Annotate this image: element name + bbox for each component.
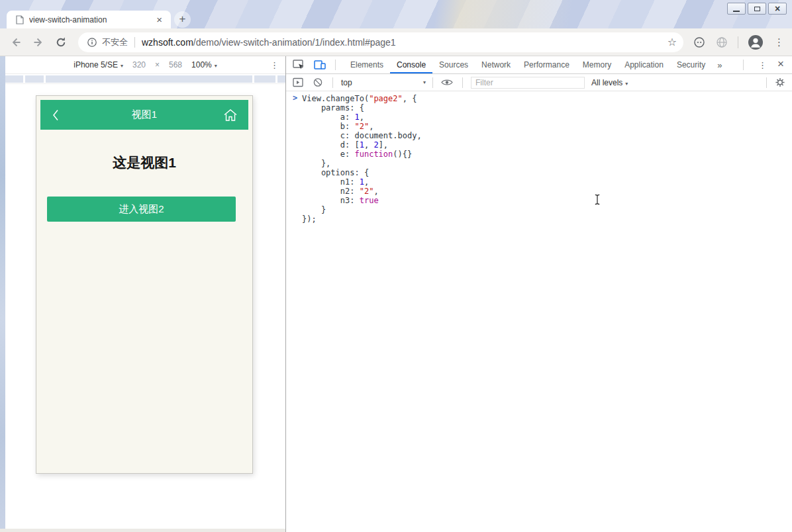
devtools-tab-security[interactable]: Security xyxy=(670,56,712,73)
info-icon[interactable] xyxy=(87,37,97,48)
url-text[interactable]: wzhsoft.com/demo/view-switch-animation/1… xyxy=(142,37,662,48)
console-settings-gear-icon[interactable] xyxy=(775,77,785,87)
phone-heading: 这是视图1 xyxy=(36,154,252,172)
back-chevron-icon[interactable] xyxy=(52,109,59,121)
device-toolbar: iPhone 5/SE▾ 320 × 568 100%▾ ⋮ xyxy=(5,56,285,74)
device-toolbar-toggle-icon[interactable] xyxy=(314,60,326,70)
console-code-line: d: [1, 2], xyxy=(302,140,792,150)
media-query-segment[interactable] xyxy=(5,75,23,83)
console-messages-area[interactable]: > View.changeTo("page2", { params: { a: … xyxy=(286,91,792,532)
console-input-code[interactable]: View.changeTo("page2", { params: { a: 1,… xyxy=(302,94,792,224)
devtools-tab-network[interactable]: Network xyxy=(475,56,517,73)
media-query-bar xyxy=(5,74,285,84)
filter-input[interactable] xyxy=(471,77,585,89)
globe-icon[interactable] xyxy=(715,36,728,49)
devtools-toolbar: ElementsConsoleSourcesNetworkPerformance… xyxy=(286,56,792,74)
devtools-tab-console[interactable]: Console xyxy=(390,56,432,73)
media-query-segment[interactable] xyxy=(254,75,275,83)
home-icon[interactable] xyxy=(223,109,238,122)
goto-view2-button[interactable]: 进入视图2 xyxy=(47,197,236,222)
window-titlebar: view-switch-animation × + × xyxy=(0,0,792,28)
chevron-down-icon: ▾ xyxy=(625,81,628,87)
console-separator xyxy=(462,77,463,88)
text-cursor-icon xyxy=(593,194,601,205)
omnibox[interactable]: 不安全 wzhsoft.com/demo/view-switch-animati… xyxy=(78,32,683,52)
minimize-button[interactable] xyxy=(727,3,746,15)
console-code-line: n3: true xyxy=(302,196,792,205)
maximize-button[interactable] xyxy=(748,3,766,15)
device-select[interactable]: iPhone 5/SE▾ xyxy=(74,60,123,69)
console-code-line: c: document.body, xyxy=(302,131,792,140)
toolbar-separator xyxy=(738,36,738,48)
devtools-menu-icon[interactable]: ⋮ xyxy=(752,60,773,70)
console-code-line: params: { xyxy=(302,103,792,112)
live-expression-eye-icon[interactable] xyxy=(441,77,453,87)
extension-icon[interactable] xyxy=(693,36,706,49)
devtools-tab-sources[interactable]: Sources xyxy=(432,56,475,73)
console-code-line: n2: "2", xyxy=(302,187,792,196)
console-separator xyxy=(332,77,333,88)
clear-console-icon[interactable] xyxy=(313,77,323,87)
browser-tab[interactable]: view-switch-animation × xyxy=(7,11,171,28)
console-code-line: a: 1, xyxy=(302,112,792,122)
avatar[interactable] xyxy=(748,34,764,50)
console-prompt: > xyxy=(293,93,297,103)
viewport-height-field[interactable]: 568 xyxy=(169,60,182,69)
console-code-line: options: { xyxy=(302,168,792,177)
log-level-select[interactable]: All levels▾ xyxy=(591,78,628,87)
url-path: /demo/view-switch-animation/1/index.html… xyxy=(193,37,396,48)
console-code-line: }, xyxy=(302,159,792,168)
console-code-line: e: function(){} xyxy=(302,150,792,159)
console-code-line: b: "2", xyxy=(302,122,792,131)
devtools-panel: ElementsConsoleSourcesNetworkPerformance… xyxy=(285,56,792,532)
security-label[interactable]: 不安全 xyxy=(102,36,128,48)
phone-page-header: 视图1 xyxy=(40,100,248,130)
dimension-times: × xyxy=(155,60,160,69)
tab-close-icon[interactable]: × xyxy=(154,15,164,24)
maximize-icon xyxy=(754,7,760,11)
bookmark-star-icon[interactable]: ☆ xyxy=(668,36,677,48)
devtools-separator xyxy=(335,60,336,70)
devtools-tabs: ElementsConsoleSourcesNetworkPerformance… xyxy=(344,56,712,73)
device-mode-pane: iPhone 5/SE▾ 320 × 568 100%▾ ⋮ 视图1 这是视图1… xyxy=(5,56,285,532)
forward-button[interactable] xyxy=(32,36,45,49)
devtools-tab-memory[interactable]: Memory xyxy=(576,56,618,73)
devtools-separator xyxy=(743,60,744,70)
browser-menu-icon[interactable]: ⋮ xyxy=(774,36,784,48)
chevron-down-icon: ▾ xyxy=(423,79,426,85)
new-tab-button[interactable]: + xyxy=(174,11,191,28)
device-toolbar-menu-icon[interactable]: ⋮ xyxy=(270,60,279,70)
back-button[interactable] xyxy=(9,36,23,49)
zoom-select[interactable]: 100%▾ xyxy=(191,60,217,69)
close-window-button[interactable]: × xyxy=(768,3,787,15)
chevron-down-icon: ▾ xyxy=(121,63,123,69)
window-left-edge xyxy=(0,56,5,532)
devtools-tab-performance[interactable]: Performance xyxy=(517,56,576,73)
window-controls: × xyxy=(727,3,787,15)
console-code-line: View.changeTo("page2", { xyxy=(302,94,792,103)
omnibox-divider xyxy=(134,37,135,48)
console-sidebar-toggle-icon[interactable] xyxy=(293,77,303,87)
media-query-segment[interactable] xyxy=(46,75,252,83)
close-icon: × xyxy=(775,4,780,13)
more-tabs-button[interactable]: » xyxy=(712,60,727,70)
inspect-element-icon[interactable] xyxy=(293,60,305,70)
context-selector[interactable]: top ▾ xyxy=(341,78,426,87)
console-code-line: }); xyxy=(302,214,792,224)
phone-page-title: 视图1 xyxy=(132,109,157,121)
devtools-tab-application[interactable]: Application xyxy=(618,56,670,73)
media-query-segment[interactable] xyxy=(277,75,285,83)
console-separator xyxy=(766,77,767,88)
devtools-tab-elements[interactable]: Elements xyxy=(344,56,390,73)
browser-toolbar: 不安全 wzhsoft.com/demo/view-switch-animati… xyxy=(0,28,792,56)
console-code-line: } xyxy=(302,205,792,214)
media-query-segment[interactable] xyxy=(25,75,44,83)
page-favicon-icon xyxy=(16,15,24,24)
tab-title: view-switch-animation xyxy=(29,15,154,24)
devtools-close-icon[interactable]: × xyxy=(773,58,792,72)
reload-button[interactable] xyxy=(54,36,68,49)
chevron-down-icon: ▾ xyxy=(215,63,217,69)
viewport-width-field[interactable]: 320 xyxy=(132,60,146,69)
console-toolbar: top ▾ All levels▾ xyxy=(286,74,792,91)
console-code-line: n1: 1, xyxy=(302,177,792,187)
